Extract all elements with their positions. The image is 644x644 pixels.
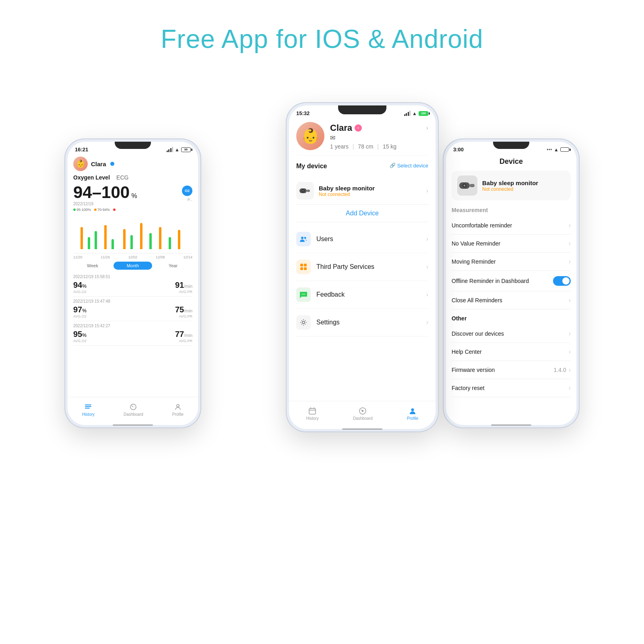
svg-rect-13	[300, 267, 303, 270]
svg-point-9	[301, 237, 303, 239]
blue-dot-left	[110, 162, 114, 166]
wifi-left: ▲	[175, 147, 180, 153]
add-device-btn[interactable]: Add Device	[296, 205, 428, 222]
period-week[interactable]: Week	[73, 262, 112, 270]
nav-history-left[interactable]: History	[82, 402, 95, 417]
feedback-icon	[296, 287, 311, 302]
svg-point-8	[302, 190, 304, 192]
chart-left	[73, 213, 192, 254]
firmware-value: 1.4.0	[554, 367, 566, 373]
menu-users[interactable]: Users ›	[296, 225, 428, 253]
bottom-nav-center: History Dashboard	[289, 401, 436, 429]
svg-point-15	[302, 294, 303, 295]
profile-name-center: Clara ♀ ›	[330, 123, 428, 133]
svg-point-4	[177, 405, 179, 407]
users-icon	[296, 232, 311, 246]
toggle-offline-reminder[interactable]	[553, 276, 571, 286]
svg-point-16	[303, 294, 304, 295]
avatar-left: 👶	[73, 157, 88, 171]
battery-right	[560, 147, 569, 152]
settings-close-reminders[interactable]: Close All Reminders ›	[452, 291, 571, 310]
signal-center	[404, 111, 411, 116]
battery-center: 100	[419, 111, 428, 116]
time-left: 16:21	[75, 147, 88, 153]
settings-icon	[296, 315, 311, 330]
third-party-icon	[296, 260, 311, 274]
users-label: Users	[316, 235, 333, 243]
settings-moving[interactable]: Moving Reminder ›	[452, 253, 571, 271]
profile-name-left: Clara	[91, 161, 106, 167]
history-entry-1: 2022/12/19 15:58:51 94% AVG.O2 91/min AV…	[73, 272, 192, 297]
select-device-link[interactable]: 🔗 Select device	[390, 163, 428, 169]
settings-discover[interactable]: Discover our devices ›	[452, 325, 571, 343]
device-status-center: Not connected	[319, 192, 375, 197]
settings-offline-reminder[interactable]: Offline Reminder in Dashboard	[452, 271, 571, 291]
dots-icon: •••	[547, 147, 553, 152]
device-name-right: Baby sleep monitor	[482, 180, 538, 186]
signal-left	[167, 147, 173, 152]
battery-left: 99	[181, 147, 191, 152]
device-icon	[296, 182, 314, 200]
period-month[interactable]: Month	[114, 262, 152, 270]
settings-uncomfortable[interactable]: Uncomfortable reminder ›	[452, 217, 571, 235]
svg-rect-1	[85, 406, 91, 407]
nav-profile-left[interactable]: Profile	[172, 402, 184, 417]
period-year[interactable]: Year	[154, 262, 192, 270]
tab-ecg[interactable]: ECG	[116, 174, 128, 181]
o2-badge: O2	[182, 186, 192, 196]
nav-dashboard-center[interactable]: Dashboard	[353, 407, 373, 421]
svg-rect-6	[307, 190, 310, 192]
svg-point-17	[304, 294, 305, 295]
chart-labels-left: 11/2011/2612/0212/0812/14	[73, 255, 192, 259]
wifi-right: ▲	[554, 147, 559, 153]
home-indicator-left	[113, 424, 153, 426]
third-party-label: Third Party Services	[316, 263, 374, 270]
menu-feedback[interactable]: Feedback ›	[296, 281, 428, 309]
reading-date: 2022/12/19	[73, 202, 137, 206]
home-indicator-center	[342, 428, 382, 430]
my-device-label: My device	[296, 163, 327, 170]
svg-point-18	[302, 321, 305, 324]
notch-right	[493, 142, 529, 149]
svg-rect-2	[85, 408, 90, 409]
nav-history-center[interactable]: History	[306, 407, 319, 421]
svg-rect-27	[470, 184, 475, 187]
svg-point-29	[464, 185, 466, 187]
settings-factory-reset[interactable]: Factory reset ›	[452, 379, 571, 397]
settings-no-value[interactable]: No Value Reminder ›	[452, 235, 571, 253]
other-settings-list: Discover our devices › Help Center › Fir…	[452, 325, 571, 397]
device-page-title: Device	[452, 154, 571, 171]
nav-dashboard-left[interactable]: Dashboard	[124, 402, 143, 417]
nav-profile-center[interactable]: Profile	[407, 407, 418, 421]
time-center: 15:32	[296, 110, 310, 116]
profile-section-center: 👶 Clara ♀ › ✉ 1 years | 78 cm |	[296, 118, 428, 155]
legend-row: 95-100% 70-94%	[73, 208, 192, 212]
wifi-center: ▲	[412, 111, 417, 116]
settings-help[interactable]: Help Center ›	[452, 343, 571, 361]
svg-point-24	[362, 411, 363, 412]
menu-third-party[interactable]: Third Party Services ›	[296, 253, 428, 281]
big-reading: 94–100 %	[73, 184, 137, 201]
notch-center	[338, 105, 386, 114]
svg-rect-12	[304, 264, 307, 266]
device-name-center: Baby sleep monitor	[319, 185, 375, 192]
tab-oxygen[interactable]: Oxygen Level	[73, 174, 110, 181]
menu-list: Users ›	[296, 225, 428, 336]
menu-settings[interactable]: Settings ›	[296, 309, 428, 336]
svg-rect-0	[85, 405, 91, 405]
phone-right: 3:00 ••• ▲ Device	[443, 138, 580, 428]
notch-left	[115, 142, 151, 149]
phone-left: 16:21 ▲ 99 👶 Clara	[64, 138, 201, 428]
svg-rect-19	[309, 409, 316, 414]
settings-firmware[interactable]: Firmware version 1.4.0 ›	[452, 361, 571, 379]
left-profile-row: 👶 Clara	[73, 154, 192, 174]
gender-icon: ♀	[355, 124, 362, 132]
home-indicator-right	[491, 424, 531, 426]
svg-point-25	[411, 409, 414, 411]
tabs-left: Oxygen Level ECG	[73, 174, 192, 181]
device-card-right: Baby sleep monitor Not connected	[452, 171, 571, 200]
svg-point-10	[304, 237, 306, 239]
chevron-users: ›	[426, 235, 428, 243]
settings-list: Uncomfortable reminder › No Value Remind…	[452, 217, 571, 310]
device-row-center[interactable]: Baby sleep monitor Not connected ›	[296, 177, 428, 205]
